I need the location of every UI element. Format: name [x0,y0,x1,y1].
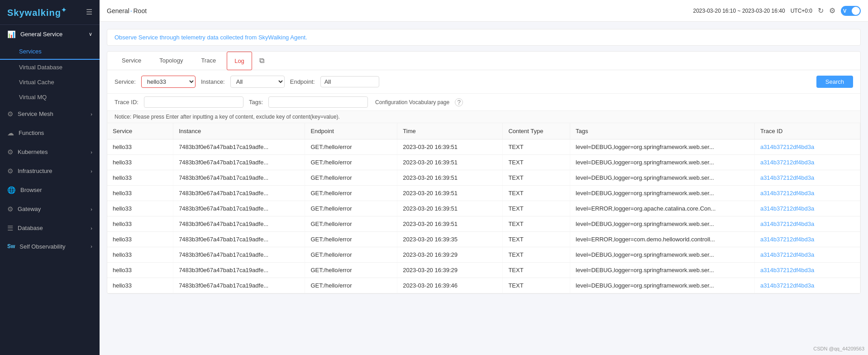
topbar: General-Root 2023-03-20 16:10 ~ 2023-03-… [100,0,868,22]
cell-tags: level=DEBUG,logger=org.springframework.w… [570,216,755,232]
main-panel: Service Topology Trace Log ⧉ Service: he… [107,51,861,294]
functions-icon: ☁ [7,129,14,137]
search-button[interactable]: Search [816,76,853,88]
cell-trace-id[interactable]: a314b37212df4bd3a [754,139,860,155]
cell-instance: 7483b3f0e67a47bab17ca19adfe... [173,155,305,170]
cell-instance: 7483b3f0e67a47bab17ca19adfe... [173,247,305,263]
sidebar-item-gateway[interactable]: ⚙ Gateway › [0,200,100,219]
menu-toggle-icon[interactable]: ☰ [86,8,92,16]
cell-content-type: TEXT [503,155,570,170]
cell-content-type: TEXT [503,186,570,201]
instance-label: Instance: [201,78,225,85]
sidebar-item-virtual-cache[interactable]: Virtual Cache [0,75,100,90]
sidebar-item-self-observability[interactable]: Sw Self Observability › [0,238,100,255]
tab-service[interactable]: Service [114,52,148,70]
cell-service: hello33 [107,186,173,201]
tab-trace[interactable]: Trace [194,52,223,70]
logo-walking: walking [25,8,61,18]
settings-icon[interactable]: ⚙ [829,6,835,15]
sidebar-item-database[interactable]: ☰ Database › [0,219,100,238]
sidebar-item-virtual-database[interactable]: Virtual Database [0,60,100,75]
trace-id-link[interactable]: a314b37212df4bd3a [760,267,814,273]
sidebar-item-functions[interactable]: ☁ Functions [0,124,100,143]
chart-icon: 📊 [7,30,16,38]
cell-instance: 7483b3f0e67a47bab17ca19adfe... [173,232,305,247]
timezone: UTC+0:0 [791,8,812,14]
topbar-right: 2023-03-20 16:10 ~ 2023-03-20 16:40 UTC+… [693,6,861,16]
cell-tags: level=DEBUG,logger=org.springframework.w… [570,139,755,155]
trace-id-link[interactable]: a314b37212df4bd3a [760,159,814,166]
trace-id-link[interactable]: a314b37212df4bd3a [760,251,814,258]
cell-service: hello33 [107,278,173,293]
sidebar-item-kubernetes[interactable]: ⚙ Kubernetes › [0,143,100,162]
cell-trace-id[interactable]: a314b37212df4bd3a [754,247,860,263]
browser-icon: 🌐 [7,186,16,194]
sidebar-group-label: General Service [20,31,62,38]
sidebar-item-service-mesh[interactable]: ⚙ Service Mesh › [0,105,100,124]
cell-trace-id[interactable]: a314b37212df4bd3a [754,155,860,170]
cell-trace-id[interactable]: a314b37212df4bd3a [754,263,860,278]
info-banner-link[interactable]: Observe Service through telemetry data c… [114,34,307,41]
cell-service: hello33 [107,170,173,186]
tab-log[interactable]: Log [227,52,252,70]
chevron-right-icon-db: › [91,225,92,231]
info-banner: Observe Service through telemetry data c… [107,29,861,46]
copy-icon[interactable]: ⧉ [256,52,268,69]
watermark: CSDN @qq_44209563 [813,346,864,351]
sidebar-item-general-service[interactable]: 📊 General Service ∨ [0,25,100,44]
table-body: hello33 7483b3f0e67a47bab17ca19adfe... G… [107,139,860,293]
instance-select[interactable]: All [230,76,285,88]
refresh-icon[interactable]: ↻ [818,6,824,15]
service-select[interactable]: hello33 [141,76,196,88]
sidebar-item-services[interactable]: Services [0,44,100,60]
cell-trace-id[interactable]: a314b37212df4bd3a [754,186,860,201]
trace-id-link[interactable]: a314b37212df4bd3a [760,205,814,212]
config-vocab-label: Configuration Vocabulary page [375,99,449,106]
cell-trace-id[interactable]: a314b37212df4bd3a [754,278,860,293]
cell-trace-id[interactable]: a314b37212df4bd3a [754,232,860,247]
cell-service: hello33 [107,247,173,263]
cell-trace-id[interactable]: a314b37212df4bd3a [754,201,860,216]
cell-tags: level=DEBUG,logger=org.springframework.w… [570,278,755,293]
log-table-container: Service Instance Endpoint Time Content T… [107,123,860,293]
cell-instance: 7483b3f0e67a47bab17ca19adfe... [173,170,305,186]
trace-id-link[interactable]: a314b37212df4bd3a [760,190,814,197]
cell-content-type: TEXT [503,201,570,216]
cell-trace-id[interactable]: a314b37212df4bd3a [754,216,860,232]
table-row: hello33 7483b3f0e67a47bab17ca19adfe... G… [107,170,860,186]
cell-instance: 7483b3f0e67a47bab17ca19adfe... [173,216,305,232]
cell-content-type: TEXT [503,216,570,232]
table-row: hello33 7483b3f0e67a47bab17ca19adfe... G… [107,201,860,216]
trace-id-link[interactable]: a314b37212df4bd3a [760,282,814,289]
theme-toggle[interactable]: V [841,6,861,16]
breadcrumb-root: General [107,7,129,14]
chevron-right-icon-so: › [91,244,92,249]
sidebar-item-infrastructure[interactable]: ⚙ Infrastructure › [0,162,100,181]
filter-bar-2: Trace ID: Tags: Configuration Vocabulary… [107,94,860,111]
trace-id-link[interactable]: a314b37212df4bd3a [760,236,814,243]
trace-id-input[interactable] [144,96,243,108]
trace-id-link[interactable]: a314b37212df4bd3a [760,221,814,227]
sidebar-item-virtual-mq[interactable]: Virtual MQ [0,90,100,105]
tab-topology[interactable]: Topology [152,52,190,70]
trace-id-link[interactable]: a314b37212df4bd3a [760,174,814,181]
config-help-icon[interactable]: ? [455,98,463,106]
cell-instance: 7483b3f0e67a47bab17ca19adfe... [173,263,305,278]
cell-tags: level=DEBUG,logger=org.springframework.w… [570,247,755,263]
cell-service: hello33 [107,155,173,170]
gateway-icon: ⚙ [7,205,13,213]
logo-sky: Sky [7,8,25,18]
endpoint-input[interactable] [320,76,379,87]
sidebar-item-browser[interactable]: 🌐 Browser [0,181,100,200]
col-instance: Instance [173,123,305,139]
cell-time: 2023-03-20 16:39:51 [397,216,503,232]
cell-content-type: TEXT [503,232,570,247]
trace-id-link[interactable]: a314b37212df4bd3a [760,144,814,150]
tags-input[interactable] [268,96,368,108]
col-time: Time [397,123,503,139]
cell-trace-id[interactable]: a314b37212df4bd3a [754,170,860,186]
breadcrumb-sep: - [130,7,133,14]
general-service-section: 📊 General Service ∨ Services Virtual Dat… [0,25,100,105]
cell-content-type: TEXT [503,170,570,186]
cell-time: 2023-03-20 16:39:29 [397,263,503,278]
